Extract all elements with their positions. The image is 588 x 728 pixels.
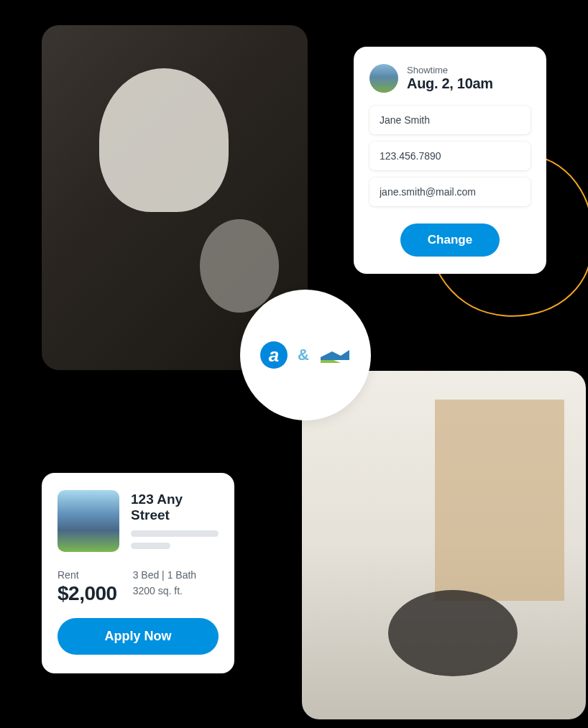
rent-column: Rent $2,000 bbox=[58, 569, 117, 605]
specs-column: 3 Bed | 1 Bath 3200 sq. ft. bbox=[133, 569, 196, 605]
listing-address: 123 Any Street bbox=[131, 492, 219, 523]
logo-b-icon bbox=[319, 344, 351, 366]
listing-thumbnail bbox=[58, 490, 119, 552]
rent-label: Rent bbox=[58, 569, 117, 581]
name-field[interactable] bbox=[369, 106, 530, 134]
property-avatar bbox=[369, 64, 398, 93]
apply-now-button[interactable]: Apply Now bbox=[58, 618, 219, 655]
beds-baths: 3 Bed | 1 Bath bbox=[133, 569, 196, 581]
partner-logos-circle: a & bbox=[240, 290, 371, 420]
ampersand: & bbox=[298, 346, 309, 364]
showtime-datetime: Aug. 2, 10am bbox=[407, 75, 530, 92]
sqft: 3200 sq. ft. bbox=[133, 585, 196, 596]
showtime-header: Showtime Aug. 2, 10am bbox=[369, 64, 530, 93]
logo-a-icon: a bbox=[260, 341, 288, 369]
showtime-label: Showtime bbox=[407, 65, 530, 75]
showtime-title-block: Showtime Aug. 2, 10am bbox=[407, 65, 530, 92]
listing-card: 123 Any Street Rent $2,000 3 Bed | 1 Bat… bbox=[42, 473, 234, 673]
email-field[interactable] bbox=[369, 178, 530, 206]
listing-header: 123 Any Street bbox=[58, 490, 219, 555]
interior-photo bbox=[302, 371, 586, 719]
skeleton-line bbox=[131, 530, 219, 537]
listing-title-block: 123 Any Street bbox=[131, 490, 219, 555]
listing-details: Rent $2,000 3 Bed | 1 Bath 3200 sq. ft. bbox=[58, 569, 219, 605]
phone-field[interactable] bbox=[369, 142, 530, 170]
showtime-card: Showtime Aug. 2, 10am Change bbox=[354, 47, 546, 274]
skeleton-line bbox=[131, 543, 170, 549]
rent-price: $2,000 bbox=[58, 582, 117, 605]
change-button[interactable]: Change bbox=[400, 224, 500, 257]
